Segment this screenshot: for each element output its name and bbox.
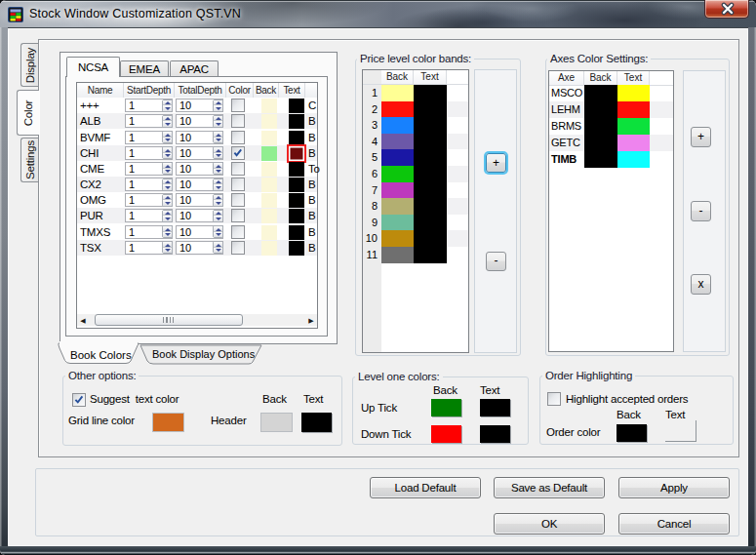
svg-text:Book Display Options: Book Display Options [152, 348, 256, 360]
svg-text:Book Colors: Book Colors [70, 349, 132, 361]
